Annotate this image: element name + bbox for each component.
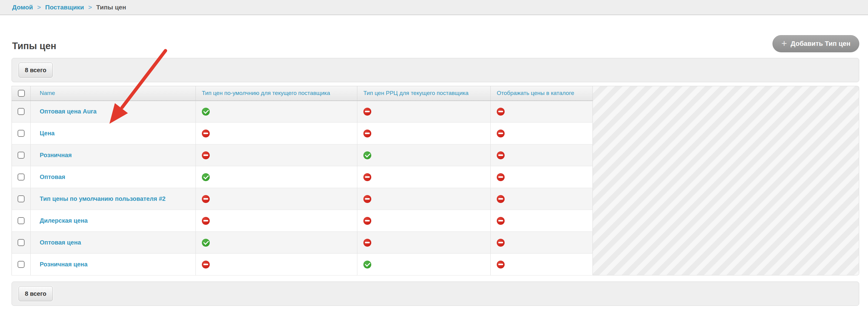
disabled-icon (202, 151, 210, 159)
row-checkbox-cell (12, 123, 31, 144)
row-checkbox[interactable] (18, 174, 25, 180)
table-row: Оптовая цена Aura (12, 101, 593, 123)
row-checkbox[interactable] (18, 217, 25, 224)
disabled-icon (497, 151, 505, 159)
display-status-cell (491, 144, 593, 166)
rrc-status-cell (357, 232, 491, 254)
price-type-link[interactable]: Оптовая цена (40, 239, 81, 246)
price-types-table-area: NameТип цен по-умолчнию для текущего пос… (11, 86, 859, 275)
default-status-cell (196, 254, 357, 275)
column-header-rrc[interactable]: Тип цен РРЦ для текущего поставщика (357, 86, 491, 101)
default-status-cell (196, 123, 357, 144)
disabled-icon (363, 195, 371, 203)
column-header-display[interactable]: Отображать цены в каталоге (491, 86, 593, 101)
column-header-name[interactable]: Name (31, 86, 196, 101)
rrc-status-cell (357, 166, 491, 188)
table-row: Оптовая (12, 166, 593, 188)
default-status-cell (196, 166, 357, 188)
default-status-cell (196, 210, 357, 232)
rrc-status-cell (357, 123, 491, 144)
disabled-icon (497, 173, 505, 181)
display-status-cell (491, 166, 593, 188)
price-type-name-cell: Оптовая (31, 166, 196, 188)
row-checkbox-cell (12, 144, 31, 166)
price-type-name-cell: Розничная (31, 144, 196, 166)
disabled-icon (202, 129, 210, 138)
default-status-cell (196, 188, 357, 210)
enabled-icon (202, 108, 210, 116)
column-header-default[interactable]: Тип цен по-умолчнию для текущего поставщ… (196, 86, 357, 101)
enabled-icon (363, 151, 371, 159)
rrc-status-cell (357, 101, 491, 123)
disabled-icon (497, 217, 505, 225)
display-status-cell (491, 188, 593, 210)
price-type-link[interactable]: Оптовая (40, 174, 65, 180)
display-status-cell (491, 254, 593, 275)
total-count-button[interactable]: 8 всего (19, 62, 53, 78)
display-status-cell (491, 232, 593, 254)
default-status-cell (196, 101, 357, 123)
disabled-icon (497, 108, 505, 116)
price-type-link[interactable]: Дилерская цена (40, 217, 88, 224)
row-checkbox-cell (12, 166, 31, 188)
page-title: Типы цен (12, 41, 856, 51)
price-type-name-cell: Оптовая цена (31, 232, 196, 254)
pagination-bar-top: 8 всего (11, 58, 859, 82)
price-type-name-cell: Оптовая цена Aura (31, 101, 196, 123)
rrc-status-cell (357, 210, 491, 232)
row-checkbox[interactable] (18, 195, 25, 202)
default-status-cell (196, 232, 357, 254)
default-status-cell (196, 144, 357, 166)
row-checkbox[interactable] (18, 108, 25, 115)
total-count-button[interactable]: 8 всего (19, 286, 53, 301)
price-type-name-cell: Розничная цена (31, 254, 196, 275)
breadcrumb-item-2: Типы цен (96, 4, 126, 11)
breadcrumb-separator-icon: > (88, 4, 92, 11)
row-checkbox[interactable] (18, 130, 25, 137)
display-status-cell (491, 101, 593, 123)
price-type-link[interactable]: Оптовая цена Aura (40, 108, 97, 115)
enabled-icon (202, 173, 210, 181)
row-checkbox[interactable] (18, 261, 25, 268)
display-status-cell (491, 210, 593, 232)
price-type-name-cell: Цена (31, 123, 196, 144)
add-price-type-button[interactable]: + Добавить Тип цен (773, 35, 859, 52)
table-row: Оптовая цена (12, 232, 593, 254)
row-checkbox-cell (12, 210, 31, 232)
disabled-icon (363, 129, 371, 138)
breadcrumb-item-1[interactable]: Поставщики (45, 4, 84, 11)
row-checkbox-cell (12, 232, 31, 254)
plus-icon: + (781, 38, 787, 48)
price-types-table: NameТип цен по-умолчнию для текущего пос… (11, 86, 593, 275)
price-type-link[interactable]: Тип цены по умолчанию пользователя #2 (40, 195, 165, 202)
table-row: Розничная (12, 144, 593, 166)
disabled-icon (497, 261, 505, 268)
display-status-cell (491, 123, 593, 144)
disabled-icon (202, 217, 210, 225)
row-checkbox-cell (12, 188, 31, 210)
price-type-link[interactable]: Цена (40, 130, 55, 137)
disabled-icon (363, 217, 371, 225)
row-checkbox[interactable] (18, 239, 25, 246)
table-row: Цена (12, 123, 593, 144)
disabled-icon (202, 195, 210, 203)
breadcrumb: Домой>Поставщики>Типы цен (0, 0, 868, 15)
row-checkbox[interactable] (18, 152, 25, 159)
table-row: Тип цены по умолчанию пользователя #2 (12, 188, 593, 210)
column-header-select[interactable] (12, 86, 31, 101)
breadcrumb-item-0[interactable]: Домой (12, 4, 33, 11)
price-type-link[interactable]: Розничная цена (40, 261, 88, 268)
pagination-bar-bottom: 8 всего (11, 282, 859, 306)
disabled-icon (363, 239, 371, 247)
price-type-name-cell: Тип цены по умолчанию пользователя #2 (31, 188, 196, 210)
table-row: Розничная цена (12, 254, 593, 275)
table-header-row: NameТип цен по-умолчнию для текущего пос… (12, 86, 593, 101)
select-all-checkbox[interactable] (18, 90, 25, 97)
disabled-icon (363, 173, 371, 181)
price-type-name-cell: Дилерская цена (31, 210, 196, 232)
disabled-icon (202, 261, 210, 268)
add-price-type-button-label: Добавить Тип цен (791, 40, 850, 48)
price-type-link[interactable]: Розничная (40, 152, 72, 158)
disabled-icon (497, 129, 505, 138)
row-checkbox-cell (12, 254, 31, 275)
